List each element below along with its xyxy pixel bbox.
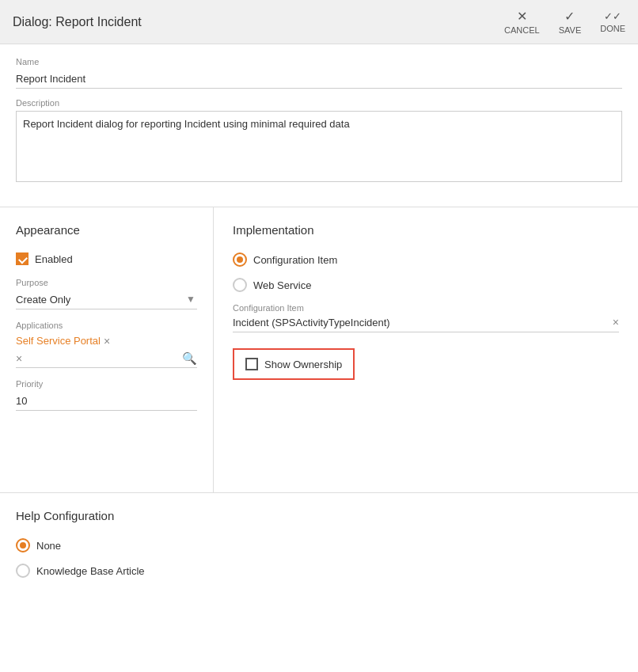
name-input[interactable] [16,70,622,89]
help-kb-radio[interactable] [16,564,30,578]
help-kb-radio-row[interactable]: Knowledge Base Article [16,564,622,578]
name-label: Name [16,57,622,66]
config-item-radio-row[interactable]: Configuration Item [233,252,619,267]
description-input[interactable]: Report Incident dialog for reporting Inc… [16,111,622,182]
config-item-section: Configuration Item Incident (SPSActivity… [233,303,619,332]
web-service-radio[interactable] [233,278,247,292]
done-icon: ✓✓ [604,10,621,22]
done-button[interactable]: ✓✓ DONE [600,10,625,33]
enabled-checkbox[interactable] [16,252,28,265]
application-tag-label: Self Service Portal [16,335,101,347]
applications-section: Applications Self Service Portal × × 🔍 [16,321,197,368]
web-service-radio-row[interactable]: Web Service [233,278,619,292]
implementation-panel: Implementation Configuration Item Web Se… [214,207,638,492]
applications-label: Applications [16,321,197,330]
help-title: Help Configuration [16,509,622,522]
appearance-title: Appearance [16,223,197,237]
help-section: Help Configuration None Knowledge Base A… [0,493,638,605]
appearance-panel: Appearance Enabled Purpose Create Only E… [0,207,214,492]
dialog-title: Dialog: Report Incident [13,15,142,29]
save-icon: ✓ [564,9,575,24]
cancel-label: CANCEL [504,25,540,35]
priority-section: Priority [16,379,197,411]
header-actions: ✕ CANCEL ✓ SAVE ✓✓ DONE [504,9,625,35]
enabled-row[interactable]: Enabled [16,252,197,265]
config-item-radio[interactable] [233,252,247,267]
save-label: SAVE [559,25,582,35]
application-search-input[interactable] [25,353,182,365]
search-icon[interactable]: 🔍 [182,351,197,366]
purpose-select[interactable]: Create Only Edit Only View Only Create a… [16,290,197,309]
show-ownership-checkbox[interactable] [245,358,258,370]
help-none-radio[interactable] [16,538,30,552]
help-kb-label: Knowledge Base Article [36,565,145,577]
config-item-radio-label: Configuration Item [253,254,337,266]
help-none-label: None [36,540,61,552]
application-tag-row: Self Service Portal × [16,335,197,347]
web-service-radio-label: Web Service [253,279,311,291]
priority-label: Priority [16,379,197,389]
form-section: Name Description Report Incident dialog … [0,44,638,207]
config-item-clear-button[interactable]: × [613,316,619,328]
cancel-button[interactable]: ✕ CANCEL [504,9,540,35]
show-ownership-row[interactable]: Show Ownership [233,348,355,380]
config-item-value: Incident (SPSActivityTypeIncident) [233,317,613,328]
application-tag: Self Service Portal × [16,335,110,347]
priority-input[interactable] [16,392,197,411]
save-button[interactable]: ✓ SAVE [559,9,582,35]
implementation-title: Implementation [233,223,619,237]
purpose-field: Purpose Create Only Edit Only View Only … [16,278,197,309]
description-label: Description [16,98,622,108]
done-label: DONE [600,24,625,33]
remove-tag-button[interactable]: × [104,336,110,347]
enabled-label: Enabled [35,253,73,265]
help-none-radio-row[interactable]: None [16,538,622,552]
two-col-section: Appearance Enabled Purpose Create Only E… [0,207,638,493]
name-field-group: Name [16,57,622,89]
dialog-header: Dialog: Report Incident ✕ CANCEL ✓ SAVE … [0,0,638,44]
config-item-row: Incident (SPSActivityTypeIncident) × [233,316,619,332]
cancel-icon: ✕ [517,9,527,24]
application-search-row: × 🔍 [16,351,197,368]
search-clear-icon[interactable]: × [16,352,22,365]
show-ownership-label: Show Ownership [264,359,342,370]
config-item-label: Configuration Item [233,303,619,313]
purpose-label: Purpose [16,278,197,287]
description-field-group: Description Report Incident dialog for r… [16,98,622,184]
